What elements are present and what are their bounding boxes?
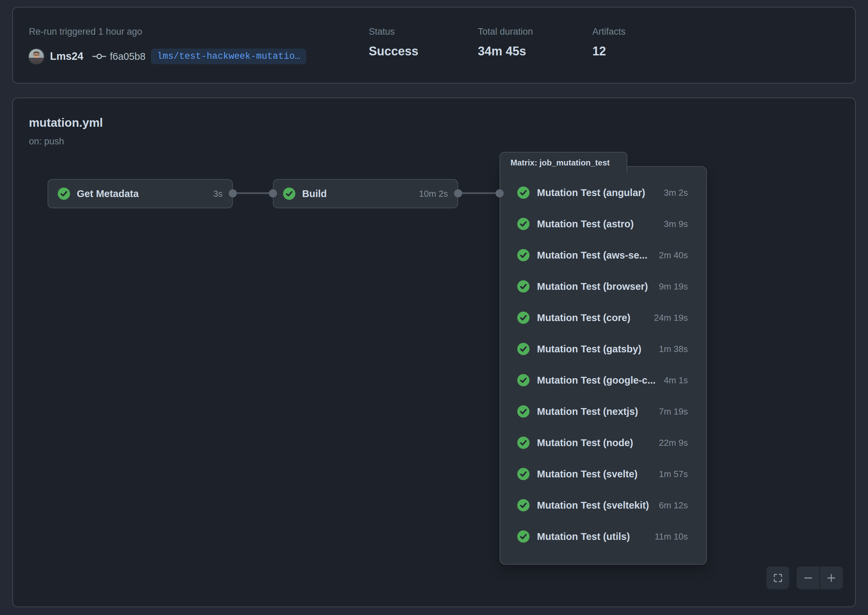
- stat-duration-label: Total duration: [478, 27, 533, 37]
- workflow-graph-card: mutation.yml on: push Get Metadata 3s Bu…: [12, 98, 856, 607]
- job-name: Mutation Test (sveltekit): [537, 500, 649, 511]
- job-node-get-metadata[interactable]: Get Metadata 3s: [48, 179, 233, 208]
- matrix-job-row[interactable]: Mutation Test (google-c... 4m 1s: [517, 365, 688, 396]
- zoom-control: [797, 567, 843, 589]
- zoom-in-button[interactable]: [820, 567, 843, 589]
- job-duration: 4m 1s: [657, 375, 688, 386]
- job-name: Mutation Test (angular): [537, 187, 645, 198]
- success-check-icon: [517, 468, 529, 480]
- edge-dot: [229, 189, 237, 197]
- edge-build-to-matrix: [458, 192, 500, 194]
- commit-sha[interactable]: f6a05b8: [110, 51, 145, 62]
- branch-label[interactable]: lms/test-hackweek-mutatio…: [151, 48, 306, 64]
- success-check-icon: [517, 374, 529, 386]
- success-check-icon: [58, 187, 70, 200]
- edge-metadata-to-build: [233, 192, 273, 194]
- stat-duration-value: 34m 45s: [478, 44, 526, 58]
- job-duration: 10m 2s: [419, 189, 448, 199]
- success-check-icon: [517, 499, 529, 511]
- edge-dot: [454, 189, 462, 197]
- job-node-build[interactable]: Build 10m 2s: [273, 179, 458, 208]
- matrix-job-row[interactable]: Mutation Test (sveltekit) 6m 12s: [517, 490, 688, 521]
- stat-status-label: Status: [369, 27, 395, 37]
- job-duration: 1m 38s: [653, 344, 688, 354]
- job-name: Build: [302, 188, 327, 200]
- stat-artifacts-label: Artifacts: [592, 27, 626, 37]
- run-summary-card: Re-run triggered 1 hour ago: [12, 7, 856, 84]
- job-duration: 3m 9s: [657, 219, 688, 229]
- job-duration: 3m 2s: [657, 187, 688, 198]
- matrix-job-row[interactable]: Mutation Test (gatsby) 1m 38s: [517, 333, 688, 365]
- job-duration: 1m 57s: [653, 469, 688, 479]
- matrix-job-row[interactable]: Mutation Test (angular) 3m 2s: [517, 177, 688, 208]
- avatar[interactable]: [29, 49, 44, 64]
- commit-info-row: Lms24 f6a05b8 lms/test-hackweek-mutatio…: [29, 47, 306, 66]
- minus-icon: [803, 573, 813, 583]
- success-check-icon: [517, 280, 529, 293]
- stat-artifacts-value: 12: [592, 44, 606, 58]
- success-check-icon: [517, 437, 529, 449]
- matrix-job-row[interactable]: Mutation Test (aws-se... 2m 40s: [517, 240, 688, 271]
- workflow-file-name: mutation.yml: [29, 116, 103, 130]
- commit-icon: [92, 53, 106, 60]
- workflow-trigger: on: push: [29, 136, 64, 147]
- job-duration: 24m 19s: [648, 312, 688, 323]
- job-name: Mutation Test (gatsby): [537, 343, 641, 355]
- success-check-icon: [517, 405, 529, 418]
- actor-login[interactable]: Lms24: [50, 50, 83, 62]
- rerun-trigger-text: Re-run triggered 1 hour ago: [29, 27, 142, 37]
- job-name: Mutation Test (node): [537, 437, 633, 448]
- edge-dot: [269, 189, 277, 197]
- job-duration: 11m 10s: [648, 531, 688, 542]
- job-name: Mutation Test (nextjs): [537, 406, 638, 417]
- job-name: Mutation Test (utils): [537, 531, 630, 542]
- job-name: Mutation Test (astro): [537, 219, 634, 230]
- success-check-icon: [517, 218, 529, 230]
- job-name: Mutation Test (svelte): [537, 468, 638, 480]
- fullscreen-icon: [773, 573, 784, 584]
- job-name: Mutation Test (core): [537, 312, 631, 323]
- success-check-icon: [517, 343, 529, 355]
- job-duration: 6m 12s: [653, 500, 688, 511]
- matrix-job-row[interactable]: Mutation Test (node) 22m 9s: [517, 427, 688, 458]
- job-name: Mutation Test (google-c...: [537, 375, 656, 386]
- matrix-job-row[interactable]: Mutation Test (browser) 9m 19s: [517, 271, 688, 302]
- matrix-job-row[interactable]: Mutation Test (svelte) 1m 57s: [517, 458, 688, 490]
- job-name: Mutation Test (aws-se...: [537, 250, 648, 261]
- avatar-image: [29, 49, 44, 64]
- job-name: Mutation Test (browser): [537, 281, 648, 292]
- matrix-job-row[interactable]: Mutation Test (astro) 3m 9s: [517, 208, 688, 240]
- success-check-icon: [283, 187, 295, 200]
- matrix-job-row[interactable]: Mutation Test (utils) 11m 10s: [517, 521, 688, 552]
- matrix-group-tab: Matrix: job_mutation_test: [500, 152, 628, 173]
- job-name: Get Metadata: [77, 188, 139, 200]
- plus-icon: [826, 573, 837, 583]
- zoom-out-button[interactable]: [797, 567, 820, 589]
- success-check-icon: [517, 312, 529, 324]
- matrix-job-row[interactable]: Mutation Test (core) 24m 19s: [517, 302, 688, 333]
- job-duration: 3s: [214, 189, 223, 199]
- success-check-icon: [517, 249, 529, 261]
- success-check-icon: [517, 531, 529, 543]
- stat-status-value: Success: [369, 44, 418, 58]
- matrix-group-title: Matrix: job_mutation_test: [510, 158, 610, 167]
- matrix-group-panel: Mutation Test (angular) 3m 2s Mutation T…: [500, 166, 707, 565]
- job-duration: 22m 9s: [653, 438, 688, 448]
- job-duration: 2m 40s: [653, 250, 688, 261]
- matrix-job-row[interactable]: Mutation Test (nextjs) 7m 19s: [517, 396, 688, 427]
- fullscreen-button[interactable]: [767, 567, 789, 589]
- edge-dot: [495, 189, 504, 197]
- job-duration: 7m 19s: [653, 406, 688, 417]
- success-check-icon: [517, 187, 529, 199]
- job-duration: 9m 19s: [653, 281, 688, 292]
